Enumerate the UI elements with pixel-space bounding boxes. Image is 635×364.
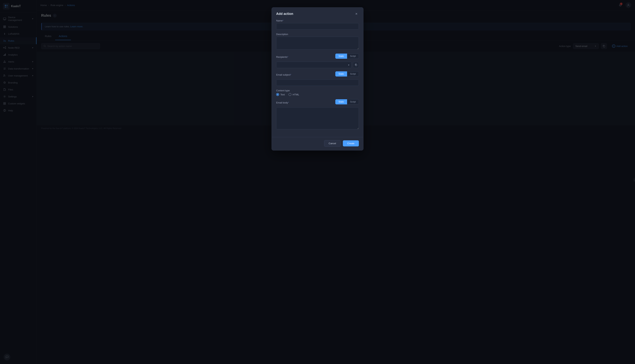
recipients-label: Recipients* — [276, 56, 288, 58]
modal-overlay[interactable]: Add action ✕ Name* Description Re — [0, 0, 635, 364]
email-body-label: Email body* — [276, 101, 289, 104]
recipients-toggle-group: Static Script — [335, 54, 359, 59]
modal-close-button[interactable]: ✕ — [354, 11, 359, 16]
text-radio-indicator — [276, 93, 279, 96]
description-label: Description — [276, 33, 359, 36]
html-radio-indicator — [289, 93, 291, 96]
description-input[interactable] — [276, 37, 359, 50]
email-subject-input[interactable] — [276, 80, 359, 86]
recipients-copy-button[interactable] — [353, 62, 359, 68]
recipients-script-toggle[interactable]: Script — [347, 54, 359, 59]
content-type-field-group: Content type Text HTML — [276, 89, 359, 96]
recipients-input-row: ▼ — [276, 62, 359, 68]
recipients-select-wrapper: ▼ — [276, 62, 351, 68]
content-type-html-radio[interactable]: HTML — [289, 93, 299, 96]
email-subject-script-toggle[interactable]: Script — [347, 71, 359, 76]
email-body-static-toggle[interactable]: Static — [335, 99, 347, 104]
email-body-toggle-group: Static Script — [335, 99, 359, 104]
add-action-modal: Add action ✕ Name* Description Re — [272, 7, 363, 150]
email-subject-toggle-group: Static Script — [335, 71, 359, 76]
modal-footer: Cancel Create — [272, 137, 363, 150]
create-button[interactable]: Create — [343, 140, 359, 146]
modal-title: Add action — [276, 12, 293, 16]
email-subject-field-group: Email subject* Static Script — [276, 71, 359, 86]
recipients-static-toggle[interactable]: Static — [335, 54, 347, 59]
content-type-text-radio[interactable]: Text — [276, 93, 285, 96]
content-type-radio-group: Text HTML — [276, 93, 359, 96]
svg-rect-32 — [355, 64, 357, 66]
modal-body: Name* Description Recipients* Static Scr… — [272, 19, 363, 137]
email-subject-label: Email subject* — [276, 74, 291, 76]
modal-header: Add action ✕ — [272, 8, 363, 19]
email-subject-static-toggle[interactable]: Static — [335, 71, 347, 76]
name-field-group: Name* — [276, 19, 359, 30]
email-body-script-toggle[interactable]: Script — [347, 99, 359, 104]
name-input[interactable] — [276, 23, 359, 30]
name-label: Name* — [276, 19, 359, 22]
cancel-button[interactable]: Cancel — [324, 140, 341, 146]
content-type-label: Content type — [276, 89, 359, 92]
email-body-field-group: Email body* Static Script — [276, 99, 359, 130]
email-body-input[interactable] — [276, 107, 359, 129]
description-field-group: Description — [276, 33, 359, 50]
recipients-field-group: Recipients* Static Script ▼ — [276, 54, 359, 68]
recipients-select[interactable] — [276, 62, 351, 68]
